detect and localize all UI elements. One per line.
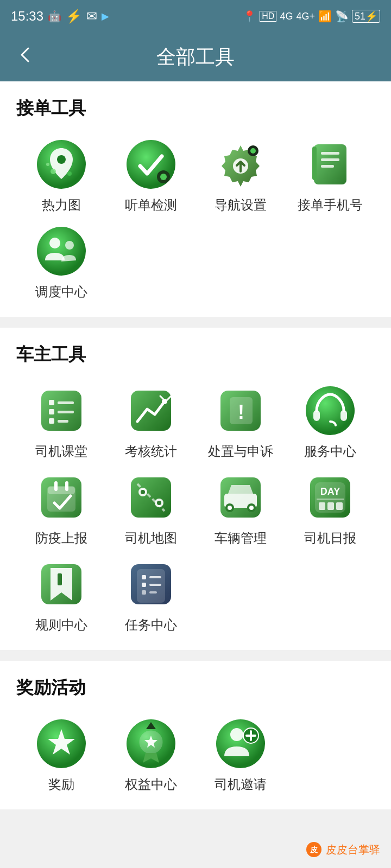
svg-rect-67 (149, 591, 157, 593)
svg-text:DAY: DAY (320, 486, 339, 497)
hd-badge: HD (260, 11, 276, 22)
network-4g: 4G (280, 11, 293, 22)
empty-6 (285, 719, 375, 793)
svg-point-74 (230, 728, 243, 741)
location-icon: 📍 (243, 10, 256, 23)
rewards-grid: 奖励 (16, 719, 375, 793)
phone-number-icon (306, 140, 355, 189)
item-phone-number[interactable]: 接单手机号 (285, 140, 375, 214)
nav-setting-icon (216, 140, 265, 189)
empty-2 (195, 227, 285, 301)
item-rights-center[interactable]: 权益中心 (106, 719, 195, 793)
svg-rect-59 (58, 573, 62, 585)
watermark: 皮 皮皮台掌驿 (306, 842, 380, 857)
item-appeal[interactable]: ! 处置与申诉 (195, 386, 285, 460)
svg-point-73 (216, 719, 265, 768)
driver-class-label: 司机课堂 (35, 443, 87, 460)
item-epidemic[interactable]: 防疫上报 (16, 473, 106, 547)
top-nav: 全部工具 (0, 33, 391, 81)
appeal-icon: ! (216, 386, 265, 435)
svg-rect-62 (142, 575, 146, 579)
dispatch-center-label: 调度中心 (35, 283, 87, 301)
item-heatmap[interactable]: 热力图 (16, 140, 106, 214)
item-dispatch-center[interactable]: 调度中心 (16, 227, 106, 301)
svg-point-7 (160, 174, 167, 180)
rights-center-icon (127, 719, 175, 768)
item-driver-map[interactable]: 司机地图 (106, 473, 195, 547)
empty-3 (285, 227, 375, 301)
svg-rect-55 (319, 502, 325, 510)
item-reward[interactable]: 奖励 (16, 719, 106, 793)
svg-rect-32 (313, 410, 320, 421)
svg-rect-11 (314, 144, 346, 184)
svg-point-4 (46, 163, 49, 166)
svg-rect-39 (131, 477, 171, 518)
driver-map-label: 司机地图 (125, 529, 177, 547)
status-bar-left: 15:33 🤖 ⚡ ✉ ▶ (11, 9, 109, 24)
item-listen-detect[interactable]: 听单检测 (106, 140, 195, 214)
battery-icon: 51⚡ (352, 10, 380, 23)
bluetooth-icon: ▶ (102, 10, 109, 22)
svg-rect-12 (312, 146, 317, 180)
signal-icon: 📶 (318, 10, 332, 23)
phone-number-label: 接单手机号 (298, 196, 363, 214)
item-nav-setting[interactable]: 导航设置 (195, 140, 285, 214)
service-center-icon (306, 386, 355, 435)
owner-tools-grid-1: 司机课堂 (16, 386, 375, 460)
rights-center-label: 权益中心 (125, 776, 177, 793)
item-driver-daily[interactable]: DAY 司机日报 (285, 473, 375, 547)
order-tools-grid: 热力图 (16, 140, 375, 214)
reward-label: 奖励 (48, 776, 74, 793)
driver-daily-label: 司机日报 (304, 529, 356, 547)
svg-rect-21 (58, 401, 74, 404)
exam-stats-label: 考核统计 (125, 443, 177, 460)
section-title-order: 接单工具 (0, 81, 391, 129)
section-body-order: 热力图 (0, 129, 391, 317)
svg-rect-36 (48, 487, 75, 494)
section-order-tools: 接单工具 (0, 81, 391, 317)
reward-icon (37, 719, 86, 768)
back-button[interactable] (15, 45, 35, 69)
driver-daily-icon: DAY (306, 473, 355, 522)
item-driver-invite[interactable]: 司机邀请 (195, 719, 285, 793)
svg-rect-38 (65, 481, 68, 491)
listen-detect-label: 听单检测 (125, 196, 177, 214)
svg-point-3 (67, 171, 72, 176)
svg-point-50 (249, 506, 254, 510)
svg-point-5 (127, 140, 175, 189)
svg-text:!: ! (238, 401, 244, 423)
message-icon: ✉ (86, 9, 97, 24)
owner-tools-grid-3: 规则中心 (16, 560, 375, 634)
empty-1 (106, 227, 195, 301)
dispatch-center-icon (37, 227, 86, 276)
item-vehicle-mgmt[interactable]: 车辆管理 (195, 473, 285, 547)
svg-point-2 (51, 169, 56, 174)
svg-rect-57 (336, 502, 343, 510)
driver-invite-icon (216, 719, 265, 768)
order-tools-grid-2: 调度中心 (16, 227, 375, 301)
svg-rect-20 (49, 400, 54, 405)
section-rewards: 奖励活动 奖励 (0, 661, 391, 809)
item-rules-center[interactable]: 规则中心 (16, 560, 106, 634)
svg-point-44 (157, 501, 161, 505)
status-bar: 15:33 🤖 ⚡ ✉ ▶ 📍 HD 4G 4G+ 📶 📡 51⚡ (0, 0, 391, 33)
epidemic-icon (37, 473, 86, 522)
svg-rect-14 (321, 158, 339, 161)
vehicle-mgmt-label: 车辆管理 (215, 529, 267, 547)
svg-point-18 (65, 241, 74, 250)
heatmap-label: 热力图 (42, 196, 81, 214)
item-exam-stats[interactable]: 考核统计 (106, 386, 195, 460)
section-body-owner: 司机课堂 (0, 375, 391, 650)
item-task-center[interactable]: 任务中心 (106, 560, 195, 634)
item-driver-class[interactable]: 司机课堂 (16, 386, 106, 460)
wifi-icon: 📡 (335, 10, 349, 23)
svg-rect-23 (58, 411, 74, 413)
svg-rect-56 (327, 502, 334, 510)
svg-point-1 (57, 155, 66, 164)
svg-rect-33 (340, 410, 347, 421)
exam-stats-icon (127, 386, 175, 435)
svg-point-43 (141, 490, 145, 494)
svg-rect-65 (149, 584, 161, 586)
android-icon: 🤖 (48, 10, 61, 23)
item-service-center[interactable]: 服务中心 (285, 386, 375, 460)
